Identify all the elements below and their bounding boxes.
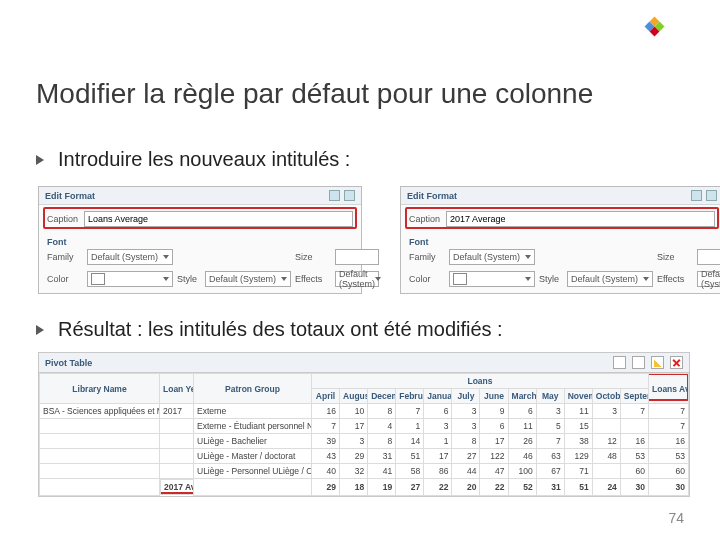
table-row: ULiège - Personnel ULiège / CHU403241588…	[40, 464, 689, 479]
style-label: Style	[177, 274, 201, 284]
style-select[interactable]: Default (System)	[205, 271, 291, 287]
close-icon[interactable]	[344, 190, 355, 201]
pivot-title: Pivot Table	[45, 358, 92, 368]
family-select[interactable]: Default (System)	[87, 249, 173, 265]
help-icon[interactable]	[691, 190, 702, 201]
table-footer-row: 2017 Average29181927222022523151243030	[40, 479, 689, 496]
style-select[interactable]: Default (System)	[567, 271, 653, 287]
triangle-bullet-icon	[36, 155, 44, 165]
chart-icon[interactable]	[613, 356, 626, 369]
effects-label: Effects	[295, 274, 331, 284]
edit-format-panel-right: Edit Format Caption Font Family Default …	[400, 186, 720, 294]
color-select[interactable]	[87, 271, 173, 287]
table-row: Externe - Étudiant personnel NON ULiège7…	[40, 419, 689, 434]
table-row: BSA - Sciences appliquées et Mathématiqu…	[40, 404, 689, 419]
font-heading: Font	[47, 237, 353, 247]
bullet-intro: Introduire les nouveaux intitulés :	[36, 148, 350, 171]
effects-select[interactable]: Default (System)	[697, 271, 720, 287]
caption-label: Caption	[47, 214, 78, 224]
close-icon[interactable]	[706, 190, 717, 201]
settings-icon[interactable]	[632, 356, 645, 369]
caption-input[interactable]	[84, 211, 353, 227]
size-label: Size	[295, 252, 331, 262]
color-label: Color	[409, 274, 445, 284]
font-heading: Font	[409, 237, 715, 247]
delete-icon[interactable]	[670, 356, 683, 369]
page-title: Modifier la règle par défaut pour une co…	[36, 78, 593, 110]
size-input[interactable]	[697, 249, 720, 265]
family-label: Family	[409, 252, 445, 262]
color-select[interactable]	[449, 271, 535, 287]
effects-select[interactable]: Default (System)	[335, 271, 379, 287]
color-label: Color	[47, 274, 83, 284]
family-label: Family	[47, 252, 83, 262]
triangle-bullet-icon	[36, 325, 44, 335]
bullet-text: Résultat : les intitulés des totaux ont …	[58, 318, 503, 341]
caption-input[interactable]	[446, 211, 715, 227]
table-row: ULiège - Bachelier393814181726738121616	[40, 434, 689, 449]
table-row: ULiège - Master / doctorat43293151172712…	[40, 449, 689, 464]
page-number: 74	[668, 510, 684, 526]
edit-icon[interactable]	[651, 356, 664, 369]
brand-logo	[646, 18, 662, 34]
pivot-table: Pivot Table Library NameLoan YearPatron …	[38, 352, 690, 497]
panel-title: Edit Format	[407, 191, 457, 201]
effects-label: Effects	[657, 274, 693, 284]
size-label: Size	[657, 252, 693, 262]
caption-label: Caption	[409, 214, 440, 224]
family-select[interactable]: Default (System)	[449, 249, 535, 265]
panel-title: Edit Format	[45, 191, 95, 201]
bullet-text: Introduire les nouveaux intitulés :	[58, 148, 350, 171]
style-label: Style	[539, 274, 563, 284]
help-icon[interactable]	[329, 190, 340, 201]
edit-format-panel-left: Edit Format Caption Font Family Default …	[38, 186, 362, 294]
size-input[interactable]	[335, 249, 379, 265]
bullet-result: Résultat : les intitulés des totaux ont …	[36, 318, 503, 341]
